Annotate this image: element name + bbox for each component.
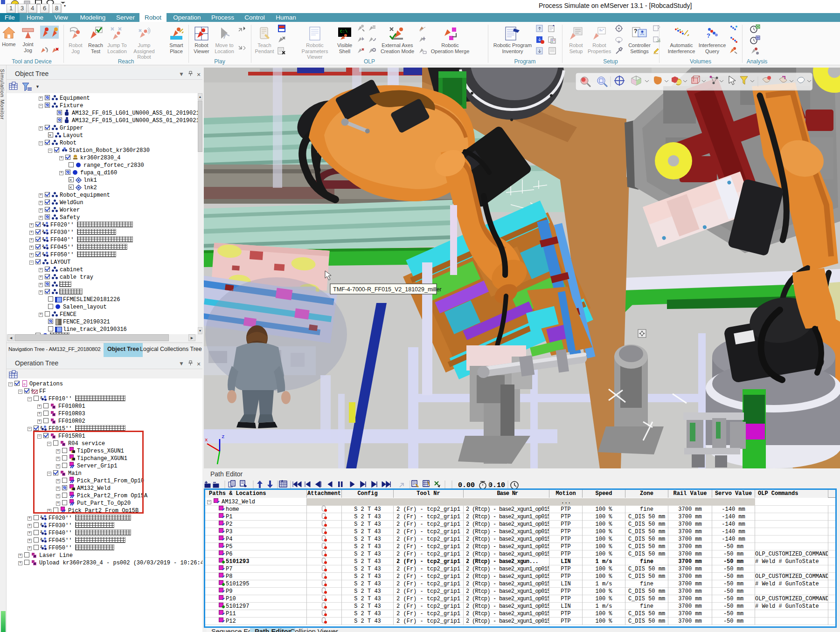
svg-text:x: x xyxy=(205,437,208,443)
svg-text:z: z xyxy=(222,434,225,440)
svg-text:C:\: C:\ xyxy=(340,29,347,34)
svg-text:TMF-4-7000-R_FF015_V2_181029_m: TMF-4-7000-R_FF015_V2_181029_miller xyxy=(333,286,442,293)
svg-text:?: ? xyxy=(707,32,710,39)
svg-text:?: ? xyxy=(634,28,637,34)
